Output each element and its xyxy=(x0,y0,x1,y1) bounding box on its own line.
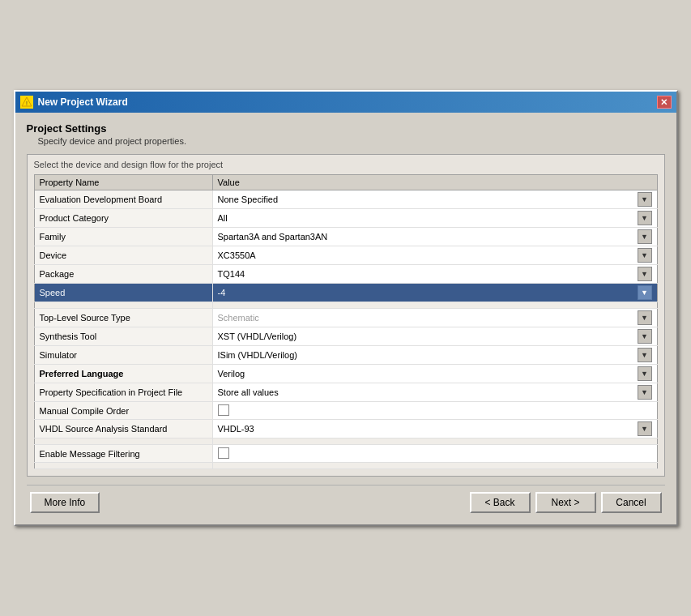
dropdown-top-level-source[interactable]: Schematic▼ xyxy=(218,310,652,325)
chevron-down-icon[interactable]: ▼ xyxy=(638,310,652,325)
prop-value-top-level-source[interactable]: Schematic▼ xyxy=(212,309,657,327)
footer-left: More Info xyxy=(30,492,100,513)
chevron-down-icon[interactable]: ▼ xyxy=(638,211,652,225)
chevron-down-icon[interactable]: ▼ xyxy=(638,267,652,281)
checkbox-manual-compile[interactable] xyxy=(218,404,229,416)
dropdown-vhdl-standard[interactable]: VHDL-93▼ xyxy=(218,421,652,436)
table-row: VHDL Source Analysis StandardVHDL-93▼ xyxy=(34,420,657,438)
properties-table: Property Name Value Evaluation Developme… xyxy=(34,174,658,469)
table-row: SimulatorISim (VHDL/Verilog)▼ xyxy=(34,346,657,365)
back-button[interactable]: < Back xyxy=(470,492,531,513)
dropdown-product-category[interactable]: All▼ xyxy=(218,211,652,225)
prop-label-speed: Speed xyxy=(34,284,212,302)
prop-value-synthesis-tool[interactable]: XST (VHDL/Verilog)▼ xyxy=(212,327,657,346)
prop-label-product-category: Product Category xyxy=(34,209,212,228)
table-row: Speed-4▼ xyxy=(34,284,657,302)
dropdown-value-synthesis-tool: XST (VHDL/Verilog) xyxy=(218,332,636,341)
wizard-icon: ! xyxy=(20,96,33,109)
dropdown-value-speed: -4 xyxy=(218,288,636,297)
table-row: Evaluation Development BoardNone Specifi… xyxy=(34,190,657,209)
dropdown-simulator[interactable]: ISim (VHDL/Verilog)▼ xyxy=(218,348,652,362)
table-row: DeviceXC3550A▼ xyxy=(34,246,657,265)
table-row: Preferred LanguageVerilog▼ xyxy=(34,365,657,383)
dropdown-value-vhdl-standard: VHDL-93 xyxy=(218,424,636,434)
chevron-down-icon[interactable]: ▼ xyxy=(638,285,652,300)
chevron-down-icon[interactable]: ▼ xyxy=(638,348,652,362)
dropdown-preferred-language[interactable]: Verilog▼ xyxy=(218,366,652,381)
chevron-down-icon[interactable]: ▼ xyxy=(638,366,652,381)
prop-label-manual-compile: Manual Compile Order xyxy=(34,402,212,420)
chevron-down-icon[interactable]: ▼ xyxy=(638,329,652,344)
prop-value-manual-compile[interactable] xyxy=(212,402,657,420)
chevron-down-icon[interactable]: ▼ xyxy=(638,421,652,436)
prop-label-vhdl-standard: VHDL Source Analysis Standard xyxy=(34,420,212,438)
cancel-button[interactable]: Cancel xyxy=(601,492,662,513)
dropdown-property-spec[interactable]: Store all values▼ xyxy=(218,385,652,400)
chevron-down-icon[interactable]: ▼ xyxy=(638,192,652,207)
prop-value-device[interactable]: XC3550A▼ xyxy=(212,246,657,265)
table-row: Product CategoryAll▼ xyxy=(34,209,657,228)
prop-value-speed[interactable]: -4▼ xyxy=(212,284,657,302)
prop-value-enable-message[interactable] xyxy=(212,445,657,463)
dropdown-value-package: TQ144 xyxy=(218,269,636,279)
dropdown-value-property-spec: Store all values xyxy=(218,387,636,397)
section-label: Select the device and design flow for th… xyxy=(34,160,658,169)
prop-value-eval-board[interactable]: None Specified▼ xyxy=(212,190,657,209)
prop-label-device: Device xyxy=(34,246,212,265)
prop-label-enable-message: Enable Message Filtering xyxy=(34,445,212,463)
prop-value-family[interactable]: Spartan3A and Spartan3AN▼ xyxy=(212,228,657,246)
window-title: New Project Wizard xyxy=(38,96,128,108)
chevron-down-icon[interactable]: ▼ xyxy=(638,248,652,263)
prop-label-property-spec: Property Specification in Project File xyxy=(34,383,212,402)
chevron-down-icon[interactable]: ▼ xyxy=(638,229,652,244)
prop-label-eval-board: Evaluation Development Board xyxy=(34,190,212,209)
table-row xyxy=(34,438,657,445)
dropdown-value-preferred-language: Verilog xyxy=(218,369,636,379)
svg-text:!: ! xyxy=(26,101,28,106)
prop-label-package: Package xyxy=(34,265,212,284)
dropdown-value-family: Spartan3A and Spartan3AN xyxy=(218,232,636,242)
checkbox-enable-message[interactable] xyxy=(218,447,229,459)
close-button[interactable]: ✕ xyxy=(657,96,672,109)
table-row xyxy=(34,463,657,469)
prop-value-property-spec[interactable]: Store all values▼ xyxy=(212,383,657,402)
wizard-window: ! New Project Wizard ✕ Project Settings … xyxy=(14,90,678,526)
table-row: Manual Compile Order xyxy=(34,402,657,420)
dropdown-value-device: XC3550A xyxy=(218,250,636,260)
prop-label-family: Family xyxy=(34,228,212,246)
prop-value-product-category[interactable]: All▼ xyxy=(212,209,657,228)
table-row: Enable Message Filtering xyxy=(34,445,657,463)
dropdown-package[interactable]: TQ144▼ xyxy=(218,267,652,281)
more-info-button[interactable]: More Info xyxy=(30,492,100,513)
prop-label-simulator: Simulator xyxy=(34,346,212,365)
footer-right: < Back Next > Cancel xyxy=(470,492,662,513)
prop-label-preferred-language: Preferred Language xyxy=(34,365,212,383)
table-row: Top-Level Source TypeSchematic▼ xyxy=(34,309,657,327)
col-value-header: Value xyxy=(212,175,657,190)
dropdown-device[interactable]: XC3550A▼ xyxy=(218,248,652,263)
dropdown-synthesis-tool[interactable]: XST (VHDL/Verilog)▼ xyxy=(218,329,652,344)
prop-value-vhdl-standard[interactable]: VHDL-93▼ xyxy=(212,420,657,438)
title-bar: ! New Project Wizard ✕ xyxy=(15,92,676,113)
device-section: Select the device and design flow for th… xyxy=(27,154,665,477)
page-subtitle: Specify device and project properties. xyxy=(38,136,665,146)
prop-label-top-level-source: Top-Level Source Type xyxy=(34,309,212,327)
dropdown-speed[interactable]: -4▼ xyxy=(218,285,652,300)
table-row: PackageTQ144▼ xyxy=(34,265,657,284)
window-body: Project Settings Specify device and proj… xyxy=(15,113,676,524)
chevron-down-icon[interactable]: ▼ xyxy=(638,385,652,400)
next-button[interactable]: Next > xyxy=(535,492,596,513)
title-bar-left: ! New Project Wizard xyxy=(20,96,128,109)
dropdown-eval-board[interactable]: None Specified▼ xyxy=(218,192,652,207)
prop-value-preferred-language[interactable]: Verilog▼ xyxy=(212,365,657,383)
footer: More Info < Back Next > Cancel xyxy=(27,485,665,516)
table-row: FamilySpartan3A and Spartan3AN▼ xyxy=(34,228,657,246)
table-row xyxy=(34,302,657,309)
prop-value-package[interactable]: TQ144▼ xyxy=(212,265,657,284)
dropdown-family[interactable]: Spartan3A and Spartan3AN▼ xyxy=(218,229,652,244)
prop-label-synthesis-tool: Synthesis Tool xyxy=(34,327,212,346)
dropdown-value-simulator: ISim (VHDL/Verilog) xyxy=(218,350,636,360)
prop-value-simulator[interactable]: ISim (VHDL/Verilog)▼ xyxy=(212,346,657,365)
dropdown-value-top-level-source: Schematic xyxy=(218,313,636,323)
dropdown-value-eval-board: None Specified xyxy=(218,195,636,204)
